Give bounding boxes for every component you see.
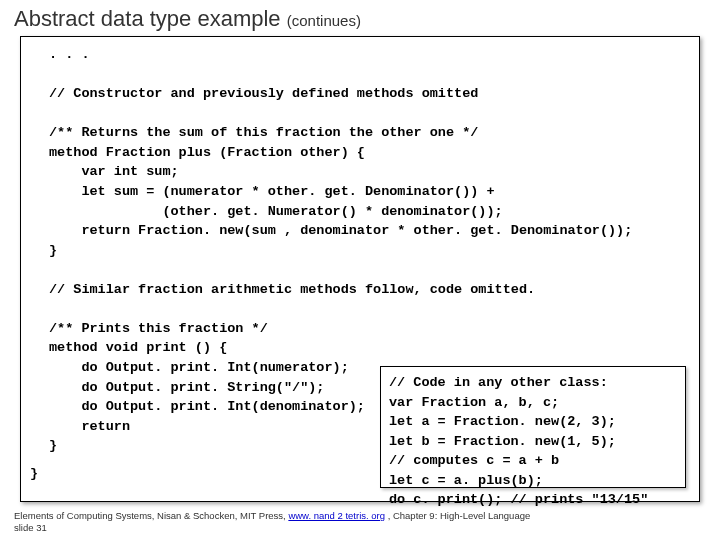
slide: { "title": "Abstract data type example",… [0,0,720,540]
slide-title: Abstract data type example (continues) [14,6,361,32]
footer: Elements of Computing Systems, Nisan & S… [14,510,530,534]
inner-code-block: // Code in any other class: var Fraction… [389,373,677,510]
footer-text-pre: Elements of Computing Systems, Nisan & S… [14,510,288,521]
footer-link[interactable]: www. nand 2 tetris. org [288,510,385,521]
footer-text-post: , Chapter 9: High-Level Language [385,510,530,521]
class-closing-brace: } [30,466,38,481]
title-main: Abstract data type example [14,6,281,31]
footer-slide-num: slide 31 [14,522,47,533]
code-box-inner: // Code in any other class: var Fraction… [380,366,686,488]
title-continues: (continues) [287,12,361,29]
